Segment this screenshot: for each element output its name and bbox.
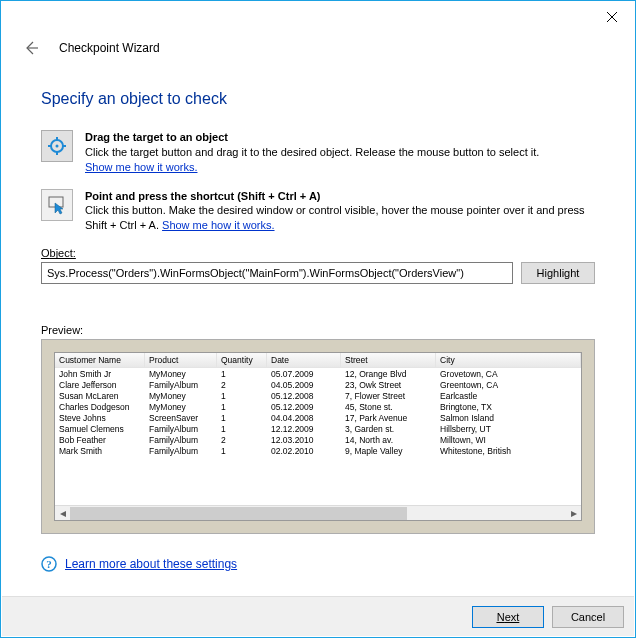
table-cell: Bob Feather	[55, 434, 145, 445]
table-cell: Greentown, CA	[436, 379, 581, 390]
table-cell: Charles Dodgeson	[55, 401, 145, 412]
table-row[interactable]: Susan McLarenMyMoney105.12.20087, Flower…	[55, 390, 581, 401]
table-cell: 3, Garden st.	[341, 423, 436, 434]
drag-show-me-link[interactable]: Show me how it works.	[85, 161, 197, 173]
target-icon	[48, 137, 66, 155]
shortcut-desc: Click this button. Make the desired wind…	[85, 204, 585, 231]
table-cell: FamilyAlbum	[145, 434, 217, 445]
shortcut-heading: Point and press the shortcut (Shift + Ct…	[85, 190, 321, 202]
table-cell: FamilyAlbum	[145, 423, 217, 434]
table-cell: Samuel Clemens	[55, 423, 145, 434]
table-cell: 1	[217, 368, 267, 379]
preview-grid: Customer Name Product Quantity Date Stre…	[54, 352, 582, 521]
table-cell: 1	[217, 445, 267, 456]
table-cell: FamilyAlbum	[145, 379, 217, 390]
point-icon	[47, 195, 67, 215]
table-cell: 14, North av.	[341, 434, 436, 445]
table-cell: 45, Stone st.	[341, 401, 436, 412]
table-cell: 04.05.2009	[267, 379, 341, 390]
table-cell: 23, Owk Street	[341, 379, 436, 390]
shortcut-method: Point and press the shortcut (Shift + Ct…	[41, 189, 595, 234]
table-cell: MyMoney	[145, 401, 217, 412]
table-row[interactable]: Samuel ClemensFamilyAlbum112.12.20093, G…	[55, 423, 581, 434]
col-street[interactable]: Street	[341, 353, 436, 367]
page-title: Specify an object to check	[41, 90, 595, 108]
header-row: Checkpoint Wizard	[1, 33, 635, 70]
table-cell: 12.03.2010	[267, 434, 341, 445]
table-row[interactable]: Bob FeatherFamilyAlbum212.03.201014, Nor…	[55, 434, 581, 445]
table-row[interactable]: Clare JeffersonFamilyAlbum204.05.200923,…	[55, 379, 581, 390]
col-city[interactable]: City	[436, 353, 581, 367]
scroll-left-arrow[interactable]: ◂	[55, 506, 70, 521]
table-cell: Whitestone, British	[436, 445, 581, 456]
table-cell: 12, Orange Blvd	[341, 368, 436, 379]
learn-more-link[interactable]: Learn more about these settings	[65, 557, 237, 571]
table-cell: 05.12.2009	[267, 401, 341, 412]
back-button[interactable]	[21, 38, 41, 58]
table-cell: Steve Johns	[55, 412, 145, 423]
help-icon: ?	[41, 556, 57, 572]
table-cell: 17, Park Avenue	[341, 412, 436, 423]
close-icon	[607, 12, 617, 22]
table-cell: Bringtone, TX	[436, 401, 581, 412]
col-product[interactable]: Product	[145, 353, 217, 367]
table-cell: 1	[217, 423, 267, 434]
table-row[interactable]: John Smith JrMyMoney105.07.200912, Orang…	[55, 368, 581, 379]
close-button[interactable]	[589, 3, 635, 31]
horizontal-scrollbar[interactable]: ◂ ▸	[55, 505, 581, 520]
cancel-button[interactable]: Cancel	[552, 606, 624, 628]
table-cell: MyMoney	[145, 368, 217, 379]
table-cell: Salmon Island	[436, 412, 581, 423]
table-cell: 1	[217, 401, 267, 412]
table-cell: 04.04.2008	[267, 412, 341, 423]
table-cell: Susan McLaren	[55, 390, 145, 401]
scroll-track[interactable]	[70, 506, 566, 521]
table-row[interactable]: Mark SmithFamilyAlbum102.02.20109, Maple…	[55, 445, 581, 456]
wizard-title: Checkpoint Wizard	[59, 41, 160, 55]
back-arrow-icon	[23, 40, 39, 56]
point-shortcut-button[interactable]	[41, 189, 73, 221]
grid-body: John Smith JrMyMoney105.07.200912, Orang…	[55, 368, 581, 505]
table-cell: ScreenSaver	[145, 412, 217, 423]
preview-panel: Customer Name Product Quantity Date Stre…	[41, 339, 595, 534]
drag-heading: Drag the target to an object	[85, 131, 228, 143]
drag-method: Drag the target to an object Click the t…	[41, 130, 595, 175]
svg-point-6	[56, 145, 59, 148]
col-customer[interactable]: Customer Name	[55, 353, 145, 367]
drag-desc: Click the target button and drag it to t…	[85, 146, 539, 158]
grid-header-row: Customer Name Product Quantity Date Stre…	[55, 353, 581, 368]
titlebar	[1, 1, 635, 33]
table-cell: Milltown, WI	[436, 434, 581, 445]
table-cell: 12.12.2009	[267, 423, 341, 434]
table-cell: 1	[217, 412, 267, 423]
object-input[interactable]	[41, 262, 513, 284]
shortcut-show-me-link[interactable]: Show me how it works.	[162, 219, 274, 231]
table-row[interactable]: Charles DodgesonMyMoney105.12.200945, St…	[55, 401, 581, 412]
highlight-button[interactable]: Highlight	[521, 262, 595, 284]
scroll-right-arrow[interactable]: ▸	[566, 506, 581, 521]
table-cell: 2	[217, 379, 267, 390]
table-cell: 05.12.2008	[267, 390, 341, 401]
next-button[interactable]: Next	[472, 606, 544, 628]
table-cell: Grovetown, CA	[436, 368, 581, 379]
preview-label: Preview:	[41, 324, 595, 336]
table-cell: 2	[217, 434, 267, 445]
col-quantity[interactable]: Quantity	[217, 353, 267, 367]
table-cell: Hillsberry, UT	[436, 423, 581, 434]
table-cell: 05.07.2009	[267, 368, 341, 379]
content-area: Specify an object to check Drag the targ…	[1, 70, 635, 580]
col-date[interactable]: Date	[267, 353, 341, 367]
table-row[interactable]: Steve JohnsScreenSaver104.04.200817, Par…	[55, 412, 581, 423]
table-cell: 02.02.2010	[267, 445, 341, 456]
table-cell: FamilyAlbum	[145, 445, 217, 456]
table-cell: MyMoney	[145, 390, 217, 401]
table-cell: Clare Jefferson	[55, 379, 145, 390]
table-cell: 9, Maple Valley	[341, 445, 436, 456]
drag-target-button[interactable]	[41, 130, 73, 162]
object-label: Object:	[41, 247, 595, 259]
scroll-thumb[interactable]	[70, 507, 407, 520]
table-cell: Mark Smith	[55, 445, 145, 456]
table-cell: 1	[217, 390, 267, 401]
table-cell: 7, Flower Street	[341, 390, 436, 401]
footer-bar: Next Cancel	[2, 596, 634, 636]
